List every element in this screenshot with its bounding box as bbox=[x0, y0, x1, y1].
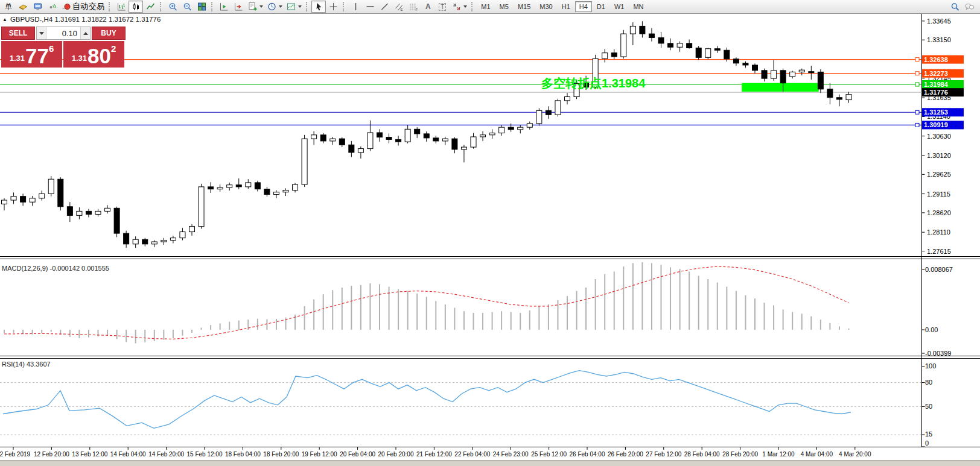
virtual-hosting-button[interactable] bbox=[30, 1, 45, 13]
equidistant-channel-tool-button[interactable]: E bbox=[392, 1, 406, 13]
template-icon bbox=[286, 2, 296, 11]
symbol-ohlc-text: GBPUSD-,H4 1.31691 1.31822 1.31672 1.317… bbox=[10, 16, 161, 23]
timeframe-button-M30[interactable]: M30 bbox=[535, 1, 556, 12]
svg-text:25 Feb 12:00: 25 Feb 12:00 bbox=[531, 451, 567, 458]
text-tool-icon: A bbox=[425, 2, 431, 11]
svg-text:F: F bbox=[415, 8, 418, 11]
pivot-annotation-text[interactable]: 多空转折点1.31984 bbox=[541, 75, 645, 92]
bar-chart-mode-button[interactable] bbox=[114, 1, 129, 13]
svg-text:12 Feb 2019: 12 Feb 2019 bbox=[0, 451, 31, 458]
sell-price-button[interactable]: 1.31 77 6 bbox=[1, 41, 62, 68]
auto-scroll-button[interactable] bbox=[217, 1, 231, 13]
text-label-tool-button[interactable]: T bbox=[435, 1, 450, 13]
svg-text:E: E bbox=[400, 8, 402, 11]
timeframe-button-M1[interactable]: M1 bbox=[477, 1, 494, 12]
fibonacci-tool-button[interactable]: F bbox=[406, 1, 421, 13]
auto-scroll-icon bbox=[219, 2, 229, 11]
volume-value[interactable]: 0.10 bbox=[46, 27, 80, 39]
line-chart-mode-button[interactable] bbox=[143, 1, 158, 13]
time-axis: 12 Feb 201912 Feb 20:0013 Feb 12:0014 Fe… bbox=[0, 447, 871, 458]
svg-text:26 Feb 04:00: 26 Feb 04:00 bbox=[570, 451, 605, 458]
buy-price-button[interactable]: 1.31 80 2 bbox=[63, 41, 124, 68]
bar-chart-icon bbox=[116, 2, 127, 11]
horizontal-line-tool-button[interactable] bbox=[363, 1, 377, 13]
trendline-tool-button[interactable] bbox=[377, 1, 392, 13]
chart-shift-button[interactable] bbox=[231, 1, 246, 13]
svg-text:1.33150: 1.33150 bbox=[927, 36, 951, 43]
zoom-out-button[interactable] bbox=[180, 1, 194, 13]
timeframe-button-M15[interactable]: M15 bbox=[514, 1, 535, 12]
buy-price-prefix: 1.31 bbox=[72, 54, 87, 63]
arrows-tool-button[interactable] bbox=[450, 1, 469, 13]
search-button[interactable] bbox=[947, 1, 962, 13]
svg-text:28 Feb 20:00: 28 Feb 20:00 bbox=[722, 451, 758, 458]
chevron-down-icon bbox=[463, 5, 467, 8]
zoom-out-icon bbox=[182, 2, 192, 11]
timeframe-button-W1[interactable]: W1 bbox=[610, 1, 629, 12]
chat-icon bbox=[964, 2, 975, 11]
svg-text:1.30630: 1.30630 bbox=[927, 133, 951, 140]
svg-text:0.008067: 0.008067 bbox=[925, 266, 953, 273]
timeframe-button-D1[interactable]: D1 bbox=[593, 1, 609, 12]
highlight-zone-rect[interactable] bbox=[742, 83, 819, 92]
timeframe-button-M5[interactable]: M5 bbox=[495, 1, 513, 12]
timeframe-toolbar: M1M5M15M30H1H4D1W1MN bbox=[477, 1, 648, 12]
sell-price-prefix: 1.31 bbox=[10, 54, 25, 63]
vertical-line-tool-button[interactable] bbox=[348, 1, 363, 13]
tile-windows-button[interactable] bbox=[194, 1, 209, 13]
svg-text:1.28620: 1.28620 bbox=[927, 209, 951, 216]
signals-button[interactable] bbox=[45, 1, 59, 13]
cursor-tool-button[interactable] bbox=[311, 1, 326, 13]
toolbar-right-group bbox=[947, 1, 976, 13]
chevron-down-icon bbox=[298, 5, 302, 8]
crosshair-tool-button[interactable] bbox=[326, 1, 340, 13]
svg-text:20 Feb 04:00: 20 Feb 04:00 bbox=[340, 451, 375, 458]
sell-button[interactable]: SELL bbox=[1, 27, 35, 40]
new-order-button[interactable]: 单 bbox=[1, 1, 16, 13]
svg-text:19 Feb 12:00: 19 Feb 12:00 bbox=[302, 451, 337, 458]
chat-button[interactable] bbox=[962, 1, 976, 13]
indicators-button[interactable] bbox=[246, 1, 265, 13]
monitor-icon bbox=[33, 2, 43, 11]
svg-text:1.33645: 1.33645 bbox=[927, 17, 951, 25]
timeframe-button-H1[interactable]: H1 bbox=[558, 1, 574, 12]
gold-box-icon bbox=[18, 2, 28, 11]
svg-text:50: 50 bbox=[925, 403, 932, 410]
svg-text:-0.00399: -0.00399 bbox=[925, 350, 951, 357]
autotrading-button[interactable]: 自动交易 bbox=[59, 1, 106, 13]
gold-box-icon-button[interactable] bbox=[16, 1, 30, 13]
periods-button[interactable] bbox=[265, 1, 284, 13]
svg-text:13 Feb 12:00: 13 Feb 12:00 bbox=[72, 451, 107, 458]
macd-indicator-label: MACD(12,26,9) -0.000142 0.001555 bbox=[2, 265, 109, 272]
horizontal-line-icon bbox=[365, 2, 375, 11]
volume-stepper: 0.10 bbox=[36, 27, 91, 40]
templates-button[interactable] bbox=[284, 1, 304, 13]
volume-decrease-button[interactable] bbox=[37, 27, 46, 39]
timeframe-button-H4[interactable]: H4 bbox=[575, 1, 592, 12]
sell-price-main: 77 bbox=[25, 46, 49, 66]
svg-text:1.30919: 1.30919 bbox=[924, 121, 948, 128]
fibonacci-icon: F bbox=[409, 2, 419, 11]
text-tool-button[interactable]: A bbox=[421, 1, 435, 13]
chart-canvas[interactable]: 1.336451.331501.321451.316351.311401.306… bbox=[0, 0, 980, 466]
autotrading-stop-icon bbox=[61, 2, 71, 11]
svg-text:22 Feb 04:00: 22 Feb 04:00 bbox=[454, 451, 490, 458]
toolbar-separator bbox=[211, 2, 214, 11]
svg-text:1 Mar 12:00: 1 Mar 12:00 bbox=[762, 451, 795, 458]
svg-text:0.00: 0.00 bbox=[925, 326, 938, 333]
volume-increase-button[interactable] bbox=[80, 27, 90, 39]
timeframe-button-MN[interactable]: MN bbox=[629, 1, 648, 12]
toolbar-separator bbox=[471, 2, 474, 11]
svg-text:21 Feb 12:00: 21 Feb 12:00 bbox=[416, 451, 452, 458]
text-label-icon: T bbox=[439, 3, 446, 11]
toolbar-separator bbox=[306, 2, 309, 11]
zoom-in-button[interactable] bbox=[165, 1, 180, 13]
svg-text:20 Feb 20:00: 20 Feb 20:00 bbox=[378, 451, 414, 458]
svg-text:1.32273: 1.32273 bbox=[924, 70, 948, 77]
buy-button[interactable]: BUY bbox=[92, 27, 126, 40]
svg-text:1.31776: 1.31776 bbox=[924, 89, 948, 96]
svg-text:1.27615: 1.27615 bbox=[927, 248, 951, 255]
candlestick-mode-button[interactable] bbox=[129, 1, 143, 13]
candlestick-icon bbox=[131, 2, 141, 11]
collapse-marker-icon[interactable]: ▲ bbox=[2, 17, 7, 22]
